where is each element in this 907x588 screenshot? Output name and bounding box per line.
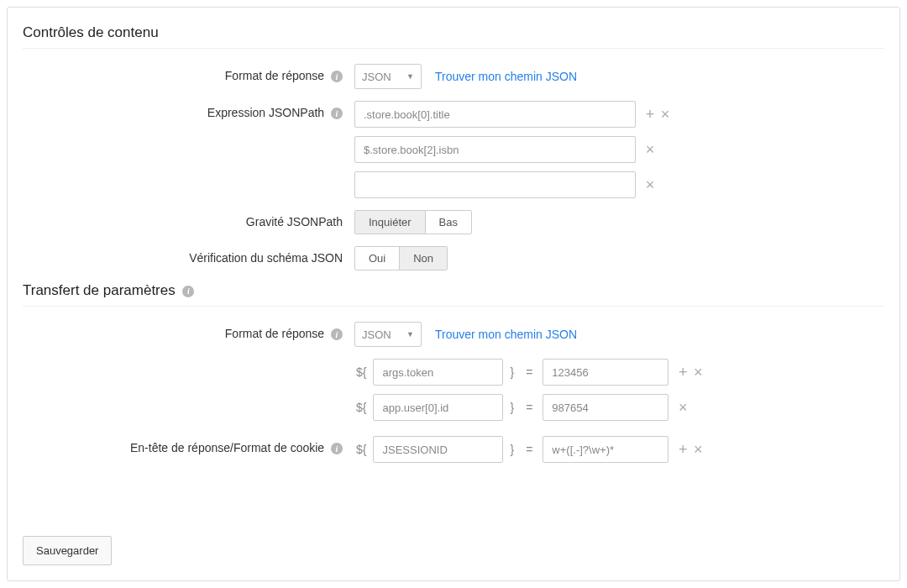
- info-icon[interactable]: i: [331, 443, 343, 454]
- remove-row-icon[interactable]: ×: [644, 142, 656, 157]
- severity-option-low[interactable]: Bas: [425, 211, 471, 234]
- find-json-path-link[interactable]: Trouver mon chemin JSON: [435, 328, 577, 341]
- section-title-content: Contrôles de contenu: [23, 24, 884, 41]
- jsonpath-input[interactable]: [354, 136, 636, 163]
- section-rule: [23, 48, 884, 49]
- find-json-path-link[interactable]: Trouver mon chemin JSON: [435, 70, 577, 83]
- schema-check-toggle: Oui Non: [354, 246, 448, 270]
- config-panel: Contrôles de contenu Format de réponse i…: [7, 7, 900, 581]
- header-key-input[interactable]: [373, 436, 503, 463]
- row-json-schema-check: Vérification du schéma JSON Oui Non: [23, 246, 884, 270]
- delim-open: ${: [354, 401, 368, 414]
- remove-row-icon[interactable]: ×: [692, 442, 704, 457]
- param-key-input[interactable]: [373, 394, 503, 421]
- row-jsonpath-severity: Gravité JSONPath Inquiéter Bas: [23, 210, 884, 234]
- param-key-input[interactable]: [373, 359, 503, 386]
- row-response-format: Format de réponse i JSON ▼ Trouver mon c…: [23, 64, 884, 89]
- header-value-input[interactable]: [543, 436, 668, 463]
- row-jsonpath-expression: Expression JSONPath i + × × ×: [23, 101, 884, 198]
- schema-option-yes[interactable]: Oui: [355, 247, 399, 270]
- remove-row-icon[interactable]: ×: [659, 107, 671, 122]
- delim-close: }: [508, 443, 516, 456]
- equals-sign: =: [521, 443, 537, 456]
- remove-row-icon[interactable]: ×: [644, 177, 656, 192]
- equals-sign: =: [521, 401, 537, 414]
- label-header-cookie: En-tête de réponse/Format de cookie i: [23, 436, 354, 454]
- chevron-down-icon: ▼: [406, 330, 414, 339]
- row-params-response-format: Format de réponse i JSON ▼ Trouver mon c…: [23, 322, 884, 347]
- jsonpath-input[interactable]: [354, 171, 636, 198]
- info-icon[interactable]: i: [331, 108, 343, 119]
- info-icon[interactable]: i: [331, 328, 343, 340]
- schema-option-no[interactable]: Non: [399, 247, 447, 270]
- add-row-icon[interactable]: +: [644, 107, 656, 122]
- row-header-cookie: En-tête de réponse/Format de cookie i ${…: [23, 436, 884, 463]
- label-empty: [23, 359, 354, 364]
- jsonpath-input[interactable]: [354, 101, 636, 128]
- params-response-format-select[interactable]: JSON ▼: [354, 322, 422, 347]
- info-icon[interactable]: i: [331, 71, 343, 82]
- save-button[interactable]: Sauvegarder: [23, 536, 112, 565]
- add-row-icon[interactable]: +: [677, 365, 689, 380]
- delim-close: }: [508, 401, 516, 414]
- label-params-response-format: Format de réponse i: [23, 322, 354, 340]
- section-title-params: Transfert de paramètres i: [23, 282, 884, 299]
- remove-row-icon[interactable]: ×: [692, 365, 704, 380]
- section-rule: [23, 306, 884, 307]
- label-jsonpath-expression: Expression JSONPath i: [23, 101, 354, 119]
- equals-sign: =: [521, 365, 537, 379]
- label-jsonpath-severity: Gravité JSONPath: [23, 210, 354, 228]
- row-params-pairs: ${ } = + × ${ } = ×: [23, 359, 884, 421]
- remove-row-icon[interactable]: ×: [677, 400, 689, 415]
- add-row-icon[interactable]: +: [677, 442, 689, 457]
- label-json-schema-check: Vérification du schéma JSON: [23, 246, 354, 265]
- response-format-select[interactable]: JSON ▼: [354, 64, 422, 89]
- delim-close: }: [508, 365, 516, 379]
- severity-toggle: Inquiéter Bas: [354, 210, 472, 234]
- delim-open: ${: [354, 365, 368, 379]
- delim-open: ${: [354, 443, 368, 456]
- label-response-format: Format de réponse i: [23, 64, 354, 82]
- info-icon[interactable]: i: [182, 286, 194, 297]
- chevron-down-icon: ▼: [406, 72, 414, 81]
- param-value-input[interactable]: [543, 394, 668, 421]
- param-value-input[interactable]: [543, 359, 668, 386]
- severity-option-worry[interactable]: Inquiéter: [355, 211, 425, 234]
